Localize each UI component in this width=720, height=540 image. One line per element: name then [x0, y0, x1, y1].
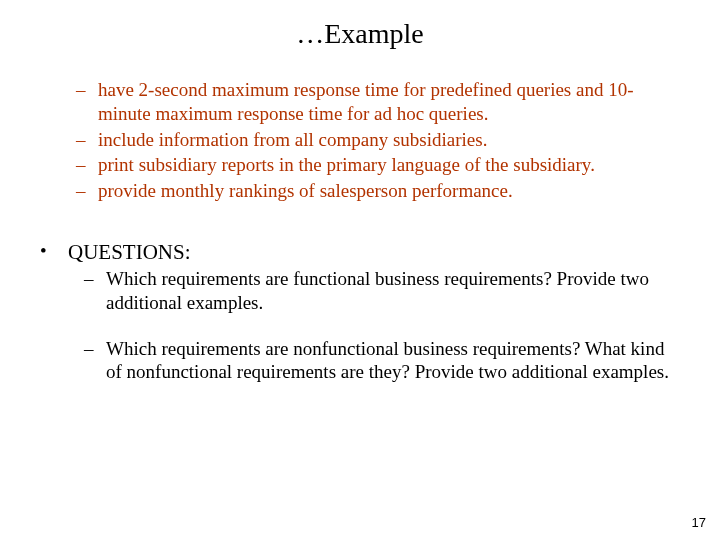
- dash-icon: –: [76, 78, 98, 126]
- list-item: – print subsidiary reports in the primar…: [76, 153, 684, 177]
- slide-content: – have 2-second maximum response time fo…: [0, 78, 720, 384]
- list-item: – provide monthly rankings of salesperso…: [76, 179, 684, 203]
- bullet-icon: •: [40, 239, 68, 265]
- list-item-text: provide monthly rankings of salesperson …: [98, 179, 684, 203]
- dash-icon: –: [76, 153, 98, 177]
- slide-title: …Example: [0, 0, 720, 60]
- list-item: – Which requirements are nonfunctional b…: [84, 337, 684, 385]
- list-item-text: print subsidiary reports in the primary …: [98, 153, 684, 177]
- dash-icon: –: [76, 128, 98, 152]
- page-number: 17: [692, 515, 706, 530]
- list-item-text: Which requirements are nonfunctional bus…: [106, 337, 684, 385]
- list-item-text: include information from all company sub…: [98, 128, 684, 152]
- list-item: – include information from all company s…: [76, 128, 684, 152]
- dash-icon: –: [84, 337, 106, 385]
- list-item: – have 2-second maximum response time fo…: [76, 78, 684, 126]
- questions-heading-row: • QUESTIONS:: [40, 239, 684, 265]
- questions-label: QUESTIONS:: [68, 239, 191, 265]
- top-bullet-list: – have 2-second maximum response time fo…: [76, 78, 684, 203]
- questions-sub-list: – Which requirements are functional busi…: [84, 267, 684, 384]
- dash-icon: –: [84, 267, 106, 315]
- list-item-text: have 2-second maximum response time for …: [98, 78, 684, 126]
- slide: …Example – have 2-second maximum respons…: [0, 0, 720, 540]
- list-item: – Which requirements are functional busi…: [84, 267, 684, 315]
- dash-icon: –: [76, 179, 98, 203]
- list-item-text: Which requirements are functional busine…: [106, 267, 684, 315]
- questions-block: • QUESTIONS: – Which requirements are fu…: [40, 239, 684, 384]
